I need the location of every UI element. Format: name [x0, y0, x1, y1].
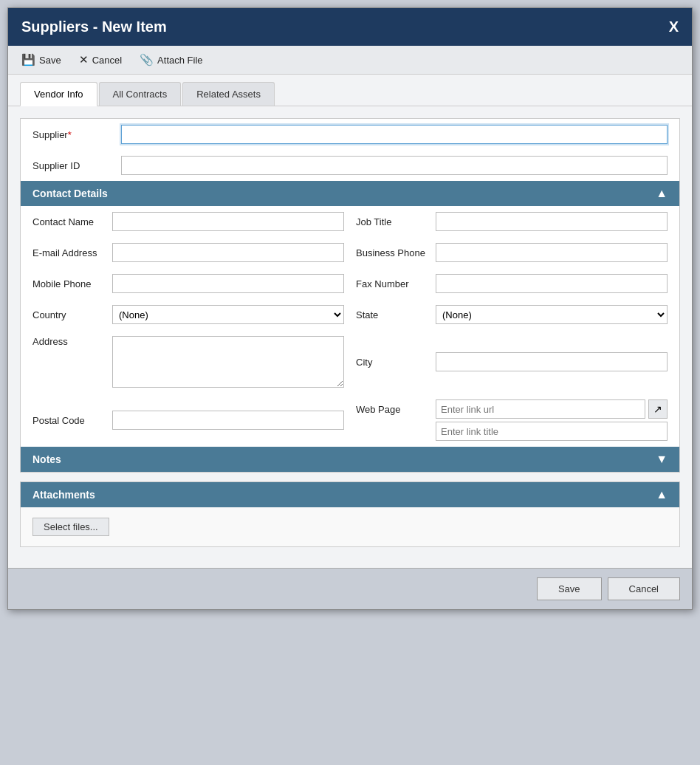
- supplier-row: Supplier*: [21, 119, 679, 150]
- state-label: State: [356, 309, 430, 320]
- save-icon: 💾: [21, 53, 35, 66]
- web-page-label: Web Page: [356, 404, 430, 415]
- supplier-input[interactable]: [121, 125, 668, 144]
- select-files-button[interactable]: Select files...: [32, 518, 109, 536]
- country-label: Country: [32, 309, 106, 320]
- job-title-input[interactable]: [436, 212, 668, 231]
- email-input[interactable]: [112, 243, 344, 262]
- toolbar: 💾 Save ✕ Cancel 📎 Attach File: [8, 46, 692, 75]
- attachments-body: Select files...: [21, 507, 679, 546]
- email-phone-row: E-mail Address Business Phone: [21, 237, 679, 268]
- notes-header[interactable]: Notes ▼: [21, 447, 679, 472]
- external-link-icon: ↗: [653, 403, 662, 415]
- address-city-row: Address City: [21, 330, 679, 394]
- web-page-title-input[interactable]: [436, 422, 668, 441]
- supplier-required: *: [68, 129, 72, 140]
- contact-details-chevron: ▲: [656, 187, 668, 200]
- fax-number-label: Fax Number: [356, 278, 430, 289]
- attach-label: Attach File: [157, 55, 202, 66]
- web-page-link-button[interactable]: ↗: [648, 399, 668, 419]
- attachments-section: Attachments ▲ Select files...: [20, 481, 680, 547]
- footer-save-button[interactable]: Save: [537, 577, 602, 600]
- mobile-phone-label: Mobile Phone: [32, 278, 106, 289]
- supplier-id-input[interactable]: [121, 156, 668, 175]
- web-page-url-input[interactable]: [436, 399, 645, 419]
- business-phone-input[interactable]: [436, 243, 668, 262]
- title-bar: Suppliers - New Item X: [8, 8, 692, 46]
- email-label: E-mail Address: [32, 247, 106, 258]
- country-state-row: Country (None) State (None): [21, 299, 679, 330]
- save-button[interactable]: 💾 Save: [18, 52, 64, 68]
- attachments-chevron: ▲: [656, 488, 668, 501]
- contact-name-job-row: Contact Name Job Title: [21, 206, 679, 237]
- tab-vendor-info[interactable]: Vendor Info: [20, 82, 97, 106]
- tab-bar: Vendor Info All Contracts Related Assets: [8, 75, 692, 106]
- mobile-phone-input[interactable]: [112, 274, 344, 293]
- business-phone-label: Business Phone: [356, 247, 430, 258]
- fax-number-input[interactable]: [436, 274, 668, 293]
- notes-chevron: ▼: [656, 453, 668, 466]
- cancel-label: Cancel: [92, 55, 122, 66]
- dialog-title: Suppliers - New Item: [21, 18, 167, 35]
- mobile-fax-row: Mobile Phone Fax Number: [21, 268, 679, 299]
- close-button[interactable]: X: [669, 18, 679, 35]
- save-label: Save: [39, 55, 61, 66]
- supplier-id-label: Supplier ID: [32, 160, 114, 171]
- cancel-button[interactable]: ✕ Cancel: [76, 52, 125, 68]
- city-input[interactable]: [436, 352, 668, 371]
- postal-code-input[interactable]: [112, 411, 344, 430]
- supplier-label: Supplier*: [32, 129, 114, 140]
- tab-related-assets[interactable]: Related Assets: [182, 82, 275, 106]
- city-label: City: [356, 357, 430, 368]
- country-select[interactable]: (None): [112, 305, 344, 324]
- attachments-header[interactable]: Attachments ▲: [21, 482, 679, 507]
- footer-bar: Save Cancel: [8, 568, 692, 609]
- postal-webpage-row: Postal Code Web Page ↗: [21, 394, 679, 447]
- dialog-window: Suppliers - New Item X 💾 Save ✕ Cancel 📎…: [7, 7, 693, 610]
- main-content: Supplier* Supplier ID Contact Details ▲ …: [8, 106, 692, 568]
- postal-code-label: Postal Code: [32, 415, 106, 426]
- contact-name-label: Contact Name: [32, 216, 106, 227]
- job-title-label: Job Title: [356, 216, 430, 227]
- attach-file-button[interactable]: 📎 Attach File: [137, 52, 205, 68]
- tab-all-contracts[interactable]: All Contracts: [99, 82, 182, 106]
- attach-icon: 📎: [140, 53, 154, 66]
- address-input[interactable]: [112, 336, 344, 388]
- address-label: Address: [32, 336, 106, 347]
- cancel-icon: ✕: [79, 53, 89, 66]
- state-select[interactable]: (None): [436, 305, 668, 324]
- supplier-id-row: Supplier ID: [21, 150, 679, 181]
- contact-details-header[interactable]: Contact Details ▲: [21, 181, 679, 206]
- vendor-info-section: Supplier* Supplier ID Contact Details ▲ …: [20, 118, 680, 473]
- footer-cancel-button[interactable]: Cancel: [608, 577, 680, 600]
- contact-name-input[interactable]: [112, 212, 344, 231]
